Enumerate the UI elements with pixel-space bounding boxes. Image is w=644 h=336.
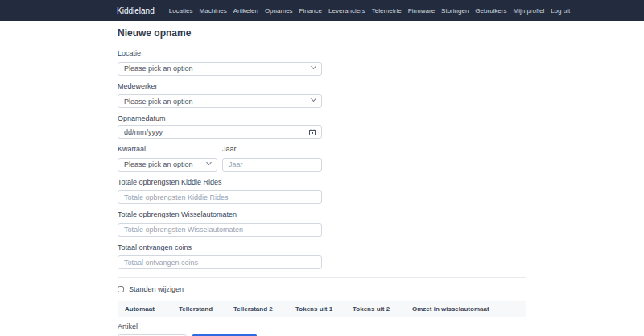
nav-item-gebruikers[interactable]: Gebruikers bbox=[475, 7, 506, 15]
brand-kiddieland[interactable]: Kiddieland bbox=[117, 6, 155, 15]
kiddie-rides-label: Totale opbrengsten Kiddie Rides bbox=[118, 178, 322, 186]
opnamedatum-value: dd/mm/yyyy bbox=[124, 128, 163, 136]
col-tokens-uit-1: Tokens uit 1 bbox=[295, 305, 353, 313]
field-kiddie-rides: Totale opbrengsten Kiddie Rides bbox=[118, 178, 322, 205]
col-tellerstand-2: Tellerstand 2 bbox=[233, 305, 295, 313]
field-coins: Totaal ontvangen coins bbox=[118, 243, 322, 270]
nav-item-machines[interactable]: Machines bbox=[200, 7, 227, 15]
col-tokens-uit-2: Tokens uit 2 bbox=[353, 305, 412, 313]
field-wisselautomaten: Totale opbrengsten Wisselautomaten bbox=[118, 210, 322, 237]
nav-item-mijn-profiel[interactable]: Mijn profiel bbox=[513, 7, 544, 15]
new-opname-form: Nieuwe opname Locatie Please pick an opt… bbox=[118, 21, 526, 336]
col-automaat: Automaat bbox=[125, 305, 179, 313]
locatie-label: Locatie bbox=[118, 49, 322, 57]
opnamedatum-label: Opnamedatum bbox=[118, 114, 322, 122]
nav-item-telemetrie[interactable]: Telemetrie bbox=[372, 7, 402, 15]
nav-item-log-uit[interactable]: Log uit bbox=[551, 7, 570, 15]
kiddie-rides-input[interactable] bbox=[118, 190, 322, 204]
nav-item-leveranciers[interactable]: Leveranciers bbox=[328, 7, 365, 15]
nav-item-artikelen[interactable]: Artikelen bbox=[233, 7, 258, 15]
nav-item-firmware[interactable]: Firmware bbox=[408, 7, 435, 15]
medewerker-select[interactable]: Please pick an option bbox=[118, 94, 322, 108]
field-opnamedatum: Opnamedatum dd/mm/yyyy bbox=[118, 114, 322, 139]
standen-wijzigen-row: Standen wijzigen bbox=[118, 285, 526, 293]
standen-wijzigen-checkbox[interactable] bbox=[118, 286, 124, 292]
section-divider bbox=[118, 277, 526, 278]
standen-wijzigen-label: Standen wijzigen bbox=[129, 285, 184, 293]
kwartaal-label: Kwartaal bbox=[118, 145, 217, 153]
nav-item-storingen[interactable]: Storingen bbox=[441, 7, 469, 15]
col-omzet-in-wisselautomaat: Omzet in wisselautomaat bbox=[412, 305, 526, 313]
coins-input[interactable] bbox=[118, 255, 322, 269]
wisselautomaten-input[interactable] bbox=[118, 223, 322, 237]
field-artikel: Artikel Please pick an option Voeg stand… bbox=[118, 322, 526, 336]
field-locatie: Locatie Please pick an option bbox=[118, 49, 322, 76]
col-tellerstand: Tellerstand bbox=[179, 305, 233, 313]
kwartaal-jaar-row: Kwartaal Please pick an option Jaar bbox=[118, 145, 322, 178]
opnamedatum-date-input[interactable]: dd/mm/yyyy bbox=[118, 125, 322, 139]
nav-item-opnames[interactable]: Opnames bbox=[265, 7, 293, 15]
kwartaal-select[interactable]: Please pick an option bbox=[118, 158, 217, 172]
field-jaar: Jaar bbox=[222, 145, 322, 172]
top-navbar: Kiddieland Locaties Machines Artikelen O… bbox=[0, 0, 644, 21]
nav-item-locaties[interactable]: Locaties bbox=[169, 7, 193, 15]
jaar-label: Jaar bbox=[222, 145, 322, 153]
jaar-input[interactable] bbox=[222, 158, 322, 172]
field-kwartaal: Kwartaal Please pick an option bbox=[118, 145, 217, 172]
navbar-content: Kiddieland Locaties Machines Artikelen O… bbox=[117, 6, 527, 15]
field-medewerker: Medewerker Please pick an option bbox=[118, 82, 322, 109]
medewerker-label: Medewerker bbox=[118, 82, 322, 90]
artikel-label: Artikel bbox=[118, 322, 526, 330]
page-title: Nieuwe opname bbox=[118, 27, 526, 39]
nav-menu: Locaties Machines Artikelen Opnames Fina… bbox=[169, 7, 570, 15]
nav-item-finance[interactable]: Finance bbox=[299, 7, 322, 15]
calendar-icon[interactable] bbox=[309, 129, 316, 135]
standen-table-header: Automaat Tellerstand Tellerstand 2 Token… bbox=[118, 301, 526, 317]
locatie-select[interactable]: Please pick an option bbox=[118, 62, 322, 76]
wisselautomaten-label: Totale opbrengsten Wisselautomaten bbox=[118, 210, 322, 218]
coins-label: Totaal ontvangen coins bbox=[118, 243, 322, 251]
